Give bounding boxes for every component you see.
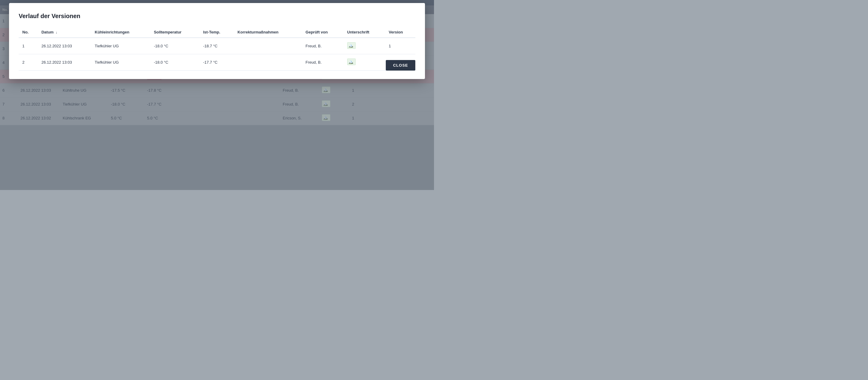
signature-icon [347, 59, 355, 65]
th-solltemperatur: Solltemperatur [150, 27, 199, 38]
th-kuhleinrichtungen: Kühleinrichtungen [91, 27, 150, 38]
th-korrektur: Korrekturmaßnahmen [234, 27, 302, 38]
th-gepruft: Geprüft von [302, 27, 344, 38]
th-unterschrift: Unterschrift [344, 27, 385, 38]
modal-overlay: Verlauf der Versionen No. Datum ↓ Kühlei… [0, 0, 434, 190]
th-no: No. [19, 27, 38, 38]
signature-icon [347, 42, 355, 49]
modal-dialog: Verlauf der Versionen No. Datum ↓ Kühlei… [9, 3, 425, 79]
table-row: 2 26.12.2022 13:03 Tiefkühler UG -18.0 °… [19, 54, 415, 70]
sort-icon: ↓ [56, 30, 58, 34]
version-table: No. Datum ↓ Kühleinrichtungen Solltemper… [19, 27, 415, 70]
th-datum: Datum ↓ [38, 27, 91, 38]
table-header-row: No. Datum ↓ Kühleinrichtungen Solltemper… [19, 27, 415, 38]
modal-table-body: 1 26.12.2022 13:03 Tiefkühler UG -18.0 °… [19, 38, 415, 70]
th-ist-temp: Ist-Temp. [199, 27, 234, 38]
table-row: 1 26.12.2022 13:03 Tiefkühler UG -18.0 °… [19, 38, 415, 54]
close-button[interactable]: CLOSE [386, 60, 415, 70]
modal-title: Verlauf der Versionen [19, 13, 415, 20]
th-version: Version [385, 27, 415, 38]
